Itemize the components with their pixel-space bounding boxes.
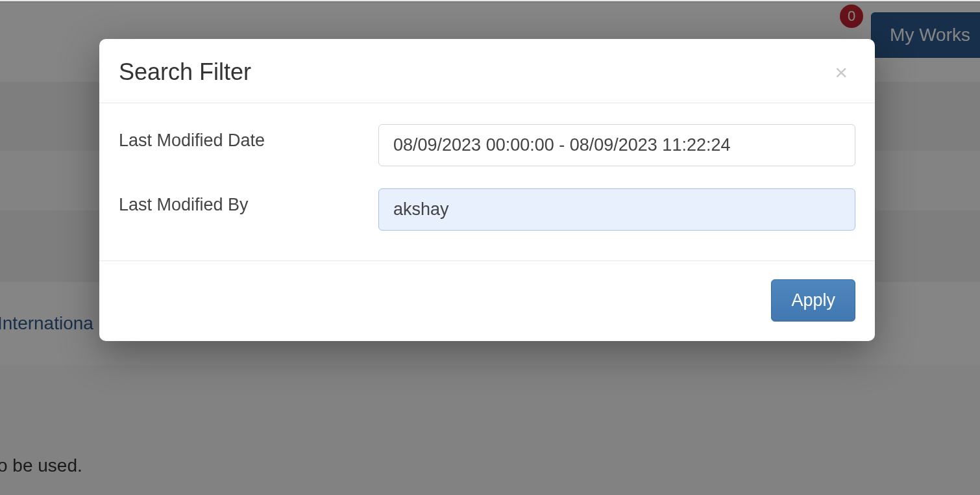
form-row-last-modified-by: Last Modified By xyxy=(119,188,855,231)
form-row-last-modified-date: Last Modified Date xyxy=(119,124,855,166)
modal-header: Search Filter × xyxy=(99,39,875,103)
close-icon[interactable]: × xyxy=(831,58,851,86)
last-modified-by-input[interactable] xyxy=(378,188,855,231)
last-modified-date-input[interactable] xyxy=(378,124,855,166)
modal-body: Last Modified Date Last Modified By xyxy=(99,103,875,260)
last-modified-by-label: Last Modified By xyxy=(119,188,378,215)
modal-footer: Apply xyxy=(99,260,875,341)
modal-title: Search Filter xyxy=(119,58,251,86)
search-filter-modal: Search Filter × Last Modified Date Last … xyxy=(99,39,875,341)
apply-button-label: Apply xyxy=(791,290,835,310)
apply-button[interactable]: Apply xyxy=(771,279,855,322)
last-modified-date-label: Last Modified Date xyxy=(119,124,378,151)
